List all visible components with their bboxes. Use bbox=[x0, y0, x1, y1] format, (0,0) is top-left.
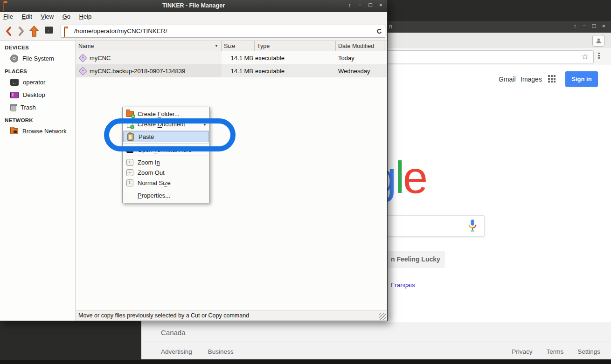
person-icon bbox=[596, 38, 602, 44]
zoom-out-icon: − bbox=[126, 169, 133, 176]
create-document-icon bbox=[127, 121, 133, 128]
sidebar-item-operator[interactable]: ← operator bbox=[0, 76, 76, 89]
microphone-icon[interactable] bbox=[467, 219, 478, 235]
menu-go[interactable]: Go bbox=[59, 12, 74, 21]
column-header-size[interactable]: Size bbox=[222, 41, 255, 51]
browser-unmaximize-icon[interactable]: ↑ bbox=[573, 22, 576, 29]
feeling-lucky-button[interactable]: n Feeling Lucky bbox=[387, 251, 445, 268]
refresh-icon[interactable]: C bbox=[377, 25, 382, 37]
path-folder-icon bbox=[64, 28, 65, 37]
menu-separator bbox=[123, 130, 209, 130]
apps-grid-icon[interactable] bbox=[548, 75, 555, 82]
footer-link-privacy[interactable]: Privacy bbox=[512, 348, 532, 355]
back-icon bbox=[5, 26, 12, 36]
sidebar-item-file-system[interactable]: File System bbox=[0, 52, 76, 65]
column-header-name[interactable]: Name ▼ bbox=[76, 41, 222, 51]
browser-minimize-icon[interactable]: − bbox=[583, 22, 586, 29]
footer-divider bbox=[141, 342, 611, 342]
browser-menu-icon[interactable]: ⋮ bbox=[595, 51, 603, 60]
menu-separator bbox=[123, 189, 209, 189]
window-title: TINKER - File Manager bbox=[0, 2, 387, 9]
fm-minimize-icon[interactable]: − bbox=[358, 2, 361, 8]
fm-close-icon[interactable]: × bbox=[379, 2, 382, 8]
fm-maximize-icon[interactable]: □ bbox=[368, 2, 372, 8]
images-link[interactable]: Images bbox=[521, 76, 542, 83]
menu-view[interactable]: View bbox=[37, 12, 57, 21]
normal-size-icon: 1 bbox=[126, 179, 133, 186]
profile-button[interactable] bbox=[592, 35, 604, 47]
footer-link-settings[interactable]: Settings bbox=[577, 348, 600, 355]
column-header-filler bbox=[384, 41, 387, 51]
logo-letter-l: l bbox=[395, 152, 403, 202]
executable-file-icon bbox=[78, 67, 87, 75]
file-row-mycnc-backup[interactable]: myCNC.backup-2018-0907-134839 14.1 MB ex… bbox=[76, 64, 387, 77]
current-path: /home/operator/myCNC/TINKER/ bbox=[74, 25, 167, 37]
executable-file-icon bbox=[78, 54, 87, 62]
zoom-in-icon: + bbox=[126, 159, 133, 166]
toolbar: ← /home/operator/myCNC/TINKER/ C bbox=[0, 21, 387, 41]
back-button[interactable] bbox=[3, 25, 14, 37]
status-bar: Move or copy files previously selected b… bbox=[76, 310, 387, 321]
column-header-date-modified[interactable]: Date Modified bbox=[336, 41, 384, 51]
home-button[interactable]: ← bbox=[45, 27, 53, 34]
footer-link-terms[interactable]: Terms bbox=[546, 348, 563, 355]
forward-button[interactable] bbox=[16, 25, 27, 37]
menu-item-paste[interactable]: Paste bbox=[123, 131, 209, 142]
menu-separator bbox=[123, 143, 209, 144]
bottom-screen-strip bbox=[0, 360, 611, 364]
up-button[interactable] bbox=[28, 25, 40, 37]
menu-item-zoom-in[interactable]: + Zoom In bbox=[123, 157, 209, 167]
footer-link-business[interactable]: Business bbox=[208, 348, 234, 355]
resize-grip[interactable] bbox=[379, 313, 386, 320]
google-footer: Canada Advertising Business Privacy Term… bbox=[141, 323, 611, 359]
sort-descending-icon: ▼ bbox=[215, 44, 218, 48]
browser-close-icon[interactable]: × bbox=[602, 22, 605, 29]
fm-unmaximize-icon[interactable]: ↑ bbox=[348, 2, 351, 8]
browser-title-truncated: n bbox=[389, 23, 392, 30]
context-menu: Create Folder... Create Document ▸ Paste… bbox=[122, 107, 210, 203]
status-text: Move or copy files previously selected b… bbox=[78, 312, 249, 319]
menu-item-open-terminal[interactable]: Open Terminal Here bbox=[123, 144, 209, 155]
create-folder-icon bbox=[126, 111, 134, 117]
gmail-link[interactable]: Gmail bbox=[499, 76, 516, 83]
language-link-francais[interactable]: Français bbox=[391, 282, 415, 288]
logo-letter-e: e bbox=[403, 152, 426, 202]
drive-icon bbox=[10, 55, 18, 62]
footer-link-advertising[interactable]: Advertising bbox=[161, 348, 192, 355]
network-folder-icon bbox=[10, 128, 18, 134]
file-manager-window: TINKER - File Manager ↑ − □ × File Edit … bbox=[0, 0, 388, 321]
menu-item-zoom-out[interactable]: − Zoom Out bbox=[123, 167, 209, 178]
terminal-icon bbox=[126, 147, 133, 153]
forward-icon bbox=[18, 26, 25, 36]
desktop-background: n ↑ − □ × ☆ ⋮ Gmail Images bbox=[0, 0, 611, 364]
menu-item-create-document[interactable]: Create Document ▸ bbox=[123, 119, 209, 129]
paste-clipboard-icon bbox=[127, 133, 134, 141]
up-arrow-icon bbox=[29, 25, 39, 37]
menu-item-properties[interactable]: Properties... bbox=[123, 190, 209, 200]
menu-item-create-folder[interactable]: Create Folder... bbox=[123, 109, 209, 119]
sidebar-item-browse-network[interactable]: Browse Network bbox=[0, 125, 76, 137]
home-arrow-icon: ← bbox=[47, 27, 51, 33]
list-header: Name ▼ Size Type Date Modified bbox=[76, 41, 387, 51]
menu-file[interactable]: File bbox=[0, 12, 16, 21]
menu-edit[interactable]: Edit bbox=[18, 12, 35, 21]
desktop-icon bbox=[10, 92, 19, 98]
sidebar-header-places: PLACES bbox=[0, 65, 76, 76]
menu-bar: File Edit View Go Help bbox=[0, 12, 387, 22]
column-header-type[interactable]: Type bbox=[255, 41, 336, 51]
trash-icon bbox=[10, 105, 16, 111]
sidebar-header-devices: DEVICES bbox=[0, 41, 76, 52]
footer-country: Canada bbox=[161, 329, 186, 337]
path-bar[interactable]: /home/operator/myCNC/TINKER/ C bbox=[61, 25, 385, 38]
menu-help[interactable]: Help bbox=[76, 12, 95, 21]
file-manager-titlebar[interactable]: TINKER - File Manager ↑ − □ × bbox=[0, 0, 387, 12]
sidebar-item-trash[interactable]: Trash bbox=[0, 101, 76, 114]
sidebar-item-desktop[interactable]: Desktop bbox=[0, 89, 76, 101]
browser-maximize-icon[interactable]: □ bbox=[592, 22, 596, 29]
sidebar-header-network: NETWORK bbox=[0, 114, 76, 125]
file-row-mycnc[interactable]: myCNC 14.1 MB executable Today bbox=[76, 51, 387, 64]
sign-in-button[interactable]: Sign in bbox=[565, 71, 598, 87]
submenu-arrow-icon: ▸ bbox=[204, 122, 206, 127]
bookmark-star-icon[interactable]: ☆ bbox=[582, 52, 589, 62]
menu-item-normal-size[interactable]: 1 Normal Size bbox=[123, 178, 209, 188]
